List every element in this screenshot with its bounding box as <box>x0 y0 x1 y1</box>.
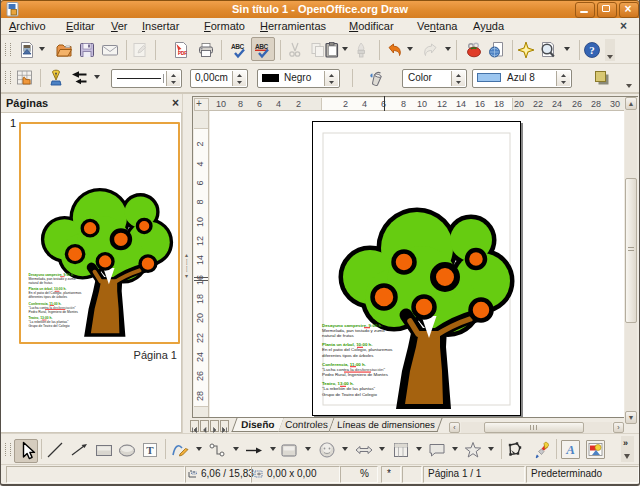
svg-text:ABC: ABC <box>231 43 244 50</box>
svg-text:A: A <box>565 442 575 457</box>
svg-text:?: ? <box>589 44 595 56</box>
svg-text:T: T <box>146 444 154 456</box>
svg-text:ABC: ABC <box>255 43 268 50</box>
svg-text:PDF: PDF <box>178 51 187 56</box>
